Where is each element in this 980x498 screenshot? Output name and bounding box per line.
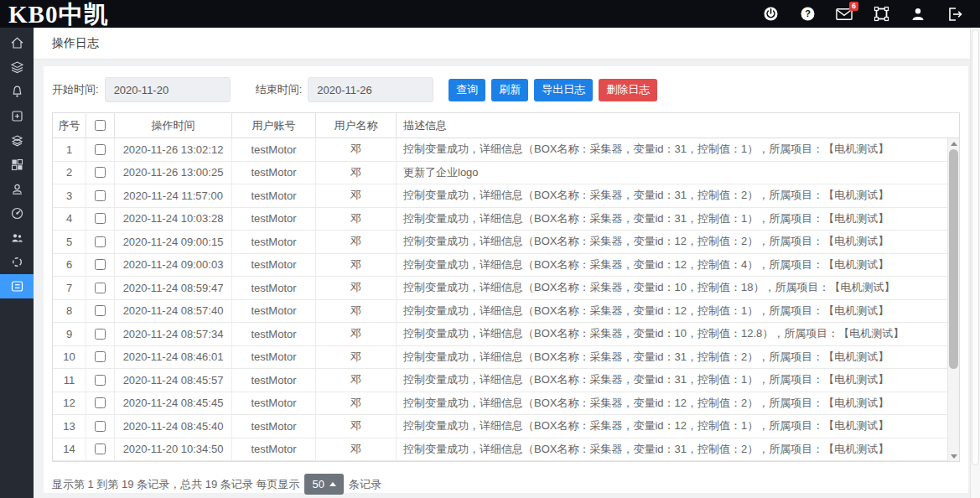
table-row: 32020-11-24 11:57:00testMotor邓控制变量成功，详细信… (53, 184, 959, 208)
cell-name: 邓 (316, 369, 397, 392)
row-checkbox[interactable] (95, 259, 106, 270)
filter-toolbar: 开始时间: 结束时间: 查询 刷新 导出日志 删除日志 (52, 76, 960, 103)
user-icon[interactable] (910, 6, 926, 23)
export-log-button[interactable]: 导出日志 (534, 79, 593, 101)
page-scrollbar-thumb[interactable] (972, 29, 979, 465)
cell-acct: testMotor (232, 300, 316, 323)
sync-circle-icon (10, 255, 24, 269)
scrollbar-thumb[interactable] (949, 149, 958, 369)
cell-desc: 控制变量成功，详细信息（BOX名称：采集器，变量id：10，控制值：18），所属… (397, 277, 959, 299)
table-scrollbar[interactable] (947, 138, 959, 461)
users-group-icon (10, 231, 24, 245)
table-row: 42020-11-24 10:03:28testMotor邓控制变量成功，详细信… (53, 208, 959, 231)
cell-no: 11 (53, 369, 86, 392)
page-size-dropdown[interactable]: 50 (304, 474, 343, 495)
cell-desc: 控制变量成功，详细信息（BOX名称：采集器，变量id：31，控制值：2），所属项… (397, 346, 959, 369)
table-row: 102020-11-24 08:46:01testMotor邓控制变量成功，详细… (53, 346, 959, 370)
cell-no: 1 (53, 138, 86, 161)
power-icon[interactable] (762, 6, 779, 23)
col-header-desc: 描述信息 (397, 113, 959, 137)
cell-acct: testMotor (232, 369, 316, 392)
cell-desc: 控制变量成功，详细信息（BOX名称：采集器，变量id：31，控制值：1），所属项… (397, 208, 959, 231)
row-checkbox[interactable] (95, 421, 106, 432)
cell-time: 2020-11-24 09:00:03 (115, 254, 232, 277)
scroll-down-arrow[interactable] (948, 451, 959, 461)
table-row: 12020-11-26 13:02:12testMotor邓控制变量成功，详细信… (53, 138, 959, 162)
cell-name: 邓 (316, 138, 397, 161)
topbar-icons: ? 6 (762, 6, 980, 23)
cell-time: 2020-11-24 08:45:57 (115, 369, 232, 392)
cell-time: 2020-11-26 13:00:25 (115, 162, 232, 184)
layers-icon (10, 60, 24, 75)
page-size-value: 50 (312, 478, 324, 490)
start-time-input[interactable] (105, 77, 231, 102)
sidebar-item-sync[interactable] (0, 250, 34, 274)
table-header: 序号 操作时间 用户账号 用户名称 描述信息 (53, 113, 959, 138)
bell-icon (10, 85, 24, 99)
page-scrollbar[interactable] (970, 28, 980, 498)
log-list-icon (10, 279, 24, 293)
row-checkbox[interactable] (95, 144, 106, 155)
row-checkbox[interactable] (95, 236, 106, 247)
pagination-bar: 显示第 1 到第 19 条记录，总共 19 条记录 每页显示 50 条记录 (52, 474, 960, 495)
table-row: 132020-11-24 08:45:40testMotor邓控制变量成功，详细… (53, 415, 959, 438)
cell-no: 5 (53, 231, 86, 253)
sidebar-item-layers[interactable] (0, 55, 34, 80)
table-row: 82020-11-24 08:57:40testMotor邓控制变量成功，详细信… (53, 300, 959, 324)
row-checkbox[interactable] (95, 329, 106, 340)
table-row: 52020-11-24 09:00:15testMotor邓控制变量成功，详细信… (53, 231, 959, 254)
help-icon[interactable]: ? (799, 6, 816, 23)
cell-name: 邓 (316, 184, 397, 207)
sidebar-item-profile[interactable] (0, 177, 34, 201)
sidebar-item-notifications[interactable] (0, 80, 34, 104)
sidebar-item-operation-log[interactable] (0, 274, 34, 298)
col-header-no: 序号 (53, 113, 86, 137)
end-time-input[interactable] (308, 77, 433, 102)
row-checkbox[interactable] (95, 397, 106, 408)
sidebar-item-stack[interactable] (0, 128, 34, 153)
window-add-icon (10, 109, 24, 123)
cell-no: 6 (53, 254, 86, 277)
cell-time: 2020-11-24 08:46:01 (115, 346, 232, 369)
sidebar-item-home[interactable] (0, 31, 34, 55)
row-checkbox[interactable] (95, 351, 106, 362)
logout-icon[interactable] (946, 6, 963, 23)
row-checkbox[interactable] (95, 305, 106, 316)
query-button[interactable]: 查询 (449, 79, 485, 101)
row-checkbox[interactable] (95, 444, 106, 454)
scroll-up-arrow[interactable] (948, 138, 959, 148)
cell-time: 2020-11-24 08:57:40 (115, 300, 232, 323)
cell-no: 8 (53, 300, 86, 323)
select-all-checkbox[interactable] (95, 120, 106, 131)
cell-name: 邓 (316, 277, 397, 299)
delete-log-button[interactable]: 删除日志 (599, 79, 657, 101)
sidebar-item-users[interactable] (0, 226, 34, 250)
cell-desc: 更新了企业logo (397, 162, 959, 184)
refresh-button[interactable]: 刷新 (491, 79, 528, 101)
title-bar: 操作日志 (34, 28, 980, 60)
cell-time: 2020-11-24 08:57:34 (115, 323, 232, 345)
table-row: 22020-11-26 13:00:25testMotor邓更新了企业logo (53, 162, 959, 185)
row-checkbox[interactable] (95, 283, 106, 293)
sidebar-item-modules[interactable] (0, 153, 34, 177)
cell-time: 2020-11-24 08:45:40 (115, 415, 232, 438)
row-checkbox[interactable] (95, 167, 106, 178)
cell-desc: 控制变量成功，详细信息（BOX名称：采集器，变量id：12，控制值：1），所属项… (397, 300, 959, 323)
cell-no: 4 (53, 208, 86, 231)
cell-desc: 控制变量成功，详细信息（BOX名称：采集器，变量id：10，控制值：12.8），… (397, 323, 959, 345)
row-checkbox[interactable] (95, 190, 106, 201)
pagination-suffix: 条记录 (349, 477, 381, 492)
gauge-icon (10, 206, 24, 220)
row-checkbox[interactable] (95, 375, 106, 386)
cell-no: 7 (53, 277, 86, 299)
sidebar-item-dashboard[interactable] (0, 201, 34, 226)
page-title: 操作日志 (52, 36, 99, 51)
mail-icon[interactable]: 6 (836, 6, 853, 23)
cell-no: 12 (53, 392, 86, 415)
fullscreen-icon[interactable] (873, 6, 889, 23)
cell-acct: testMotor (232, 392, 316, 415)
sidebar-item-window-add[interactable] (0, 104, 34, 128)
table-row: 92020-11-24 08:57:34testMotor邓控制变量成功，详细信… (53, 323, 959, 346)
row-checkbox[interactable] (95, 213, 106, 224)
profile-icon (10, 182, 24, 196)
